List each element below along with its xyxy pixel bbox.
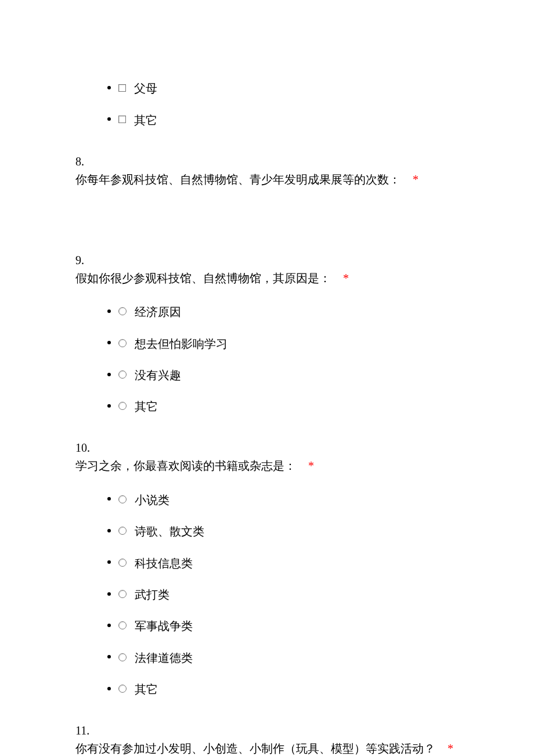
q9-options: 经济原因 想去但怕影响学习 没有兴趣 其它: [75, 296, 459, 422]
question-number: 8.: [75, 153, 459, 170]
option-label: 军事战争类: [135, 617, 193, 635]
list-item: 其它: [118, 103, 459, 135]
list-item: 其它: [118, 390, 459, 422]
option-military[interactable]: 军事战争类: [118, 617, 193, 635]
radio-icon: [118, 621, 127, 629]
list-item: 法律道德类: [118, 641, 459, 672]
radio-icon: [118, 653, 127, 661]
option-label: 武打类: [135, 586, 169, 603]
option-label: 其它: [135, 398, 158, 415]
option-label: 诗歌、散文类: [135, 523, 204, 540]
option-label: 经济原因: [135, 303, 181, 321]
checkbox-icon: [118, 84, 126, 92]
option-tech[interactable]: 科技信息类: [118, 555, 193, 572]
q10-options: 小说类 诗歌、散文类 科技信息类 武打类 军事战争类: [75, 483, 459, 704]
question-text: 你每年参观科技馆、自然博物馆、青少年发明成果展等的次数： *: [75, 170, 459, 189]
radio-icon: [118, 527, 127, 535]
radio-icon: [118, 685, 127, 693]
option-poetry[interactable]: 诗歌、散文类: [118, 523, 204, 540]
radio-icon: [118, 339, 127, 347]
required-mark: *: [448, 742, 453, 755]
option-label: 其它: [135, 681, 158, 698]
required-mark: *: [343, 272, 349, 285]
option-label: 父母: [134, 80, 157, 97]
list-item: 想去但怕影响学习: [118, 327, 459, 358]
radio-icon: [118, 370, 127, 379]
required-mark: *: [308, 459, 314, 472]
list-item: 父母: [118, 72, 459, 103]
question-10: 10. 学习之余，你最喜欢阅读的书籍或杂志是： *: [75, 439, 459, 475]
radio-icon: [118, 590, 127, 598]
list-item: 科技信息类: [118, 546, 459, 578]
option-label: 法律道德类: [135, 649, 193, 667]
radio-icon: [118, 559, 127, 567]
option-label: 想去但怕影响学习: [135, 335, 228, 352]
question-number: 11.: [75, 722, 459, 739]
question-9: 9. 假如你很少参观科技馆、自然博物馆，其原因是： *: [75, 251, 459, 287]
option-other[interactable]: 其它: [118, 398, 158, 415]
question-text: 假如你很少参观科技馆、自然博物馆，其原因是： *: [75, 269, 459, 287]
question-8: 8. 你每年参观科技馆、自然博物馆、青少年发明成果展等的次数： *: [75, 153, 459, 189]
radio-icon: [118, 402, 127, 410]
option-other[interactable]: 其它: [118, 681, 158, 698]
option-label: 科技信息类: [135, 555, 193, 572]
spacer: [75, 193, 459, 251]
option-novel[interactable]: 小说类: [118, 491, 169, 509]
option-no-interest[interactable]: 没有兴趣: [118, 366, 181, 384]
radio-icon: [118, 307, 127, 315]
option-parents[interactable]: 父母: [118, 80, 157, 97]
list-item: 没有兴趣: [118, 359, 459, 390]
option-martial[interactable]: 武打类: [118, 586, 169, 603]
list-item: 经济原因: [118, 296, 459, 327]
radio-icon: [118, 495, 127, 503]
question-text: 你有没有参加过小发明、小创造、小制作（玩具、模型）等实践活动？ *: [75, 739, 459, 756]
required-mark: *: [413, 173, 418, 186]
checkbox-icon: [118, 116, 126, 123]
option-study[interactable]: 想去但怕影响学习: [118, 335, 228, 352]
question-text: 学习之余，你最喜欢阅读的书籍或杂志是： *: [75, 456, 459, 475]
question-number: 10.: [75, 439, 459, 456]
question-number: 9.: [75, 251, 459, 269]
question-text-content: 你有没有参加过小发明、小创造、小制作（玩具、模型）等实践活动？: [75, 742, 435, 755]
list-item: 诗歌、散文类: [118, 515, 459, 546]
question-text-content: 你每年参观科技馆、自然博物馆、青少年发明成果展等的次数：: [75, 173, 400, 186]
list-item: 小说类: [118, 483, 459, 514]
list-item: 其它: [118, 673, 459, 704]
option-label: 其它: [134, 111, 157, 129]
question-text-content: 学习之余，你最喜欢阅读的书籍或杂志是：: [75, 459, 296, 472]
option-law[interactable]: 法律道德类: [118, 649, 193, 667]
survey-page: 父母 其它 8. 你每年参观科技馆、自然博物馆、青少年发明成果展等的次数： * …: [0, 0, 534, 756]
list-item: 武打类: [118, 578, 459, 610]
list-item: 军事战争类: [118, 610, 459, 641]
option-economic[interactable]: 经济原因: [118, 303, 181, 321]
option-label: 没有兴趣: [135, 366, 181, 384]
question-11: 11. 你有没有参加过小发明、小创造、小制作（玩具、模型）等实践活动？ *: [75, 722, 459, 756]
option-label: 小说类: [135, 491, 169, 509]
question-text-content: 假如你很少参观科技馆、自然博物馆，其原因是：: [75, 272, 331, 285]
q7-options-tail: 父母 其它: [75, 72, 459, 135]
option-other[interactable]: 其它: [118, 111, 157, 129]
